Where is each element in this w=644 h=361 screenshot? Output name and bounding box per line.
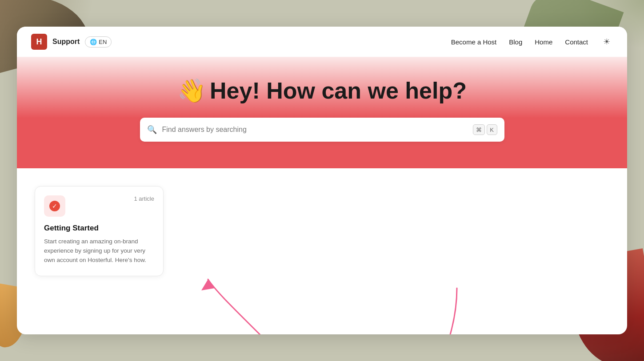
contact-link[interactable]: Contact	[565, 38, 588, 46]
language-selector[interactable]: 🌐 EN	[85, 36, 112, 48]
hero-title: 👋Hey! How can we help?	[31, 78, 613, 103]
hero-title-text: Hey! How can we help?	[210, 78, 467, 103]
cmd-key: ⌘	[473, 124, 485, 135]
language-label: EN	[99, 39, 107, 45]
check-icon: ✓	[49, 201, 60, 211]
card-icon-container: ✓	[44, 195, 65, 217]
become-host-link[interactable]: Become a Host	[451, 38, 497, 46]
app-name: Support	[52, 38, 80, 46]
logo-letter: H	[36, 37, 42, 47]
article-count: 1 article	[134, 195, 154, 202]
navbar-right: Become a Host Blog Home Contact ☀	[451, 36, 613, 48]
search-input[interactable]	[162, 126, 473, 134]
search-shortcut: ⌘ K	[473, 124, 497, 135]
wave-emoji: 👋	[177, 78, 206, 103]
sun-icon: ☀	[603, 37, 610, 47]
content-area: ✓ 1 article Getting Started Start creati…	[17, 168, 627, 301]
getting-started-card[interactable]: ✓ 1 article Getting Started Start creati…	[35, 186, 164, 276]
theme-toggle-button[interactable]: ☀	[600, 36, 613, 48]
card-title: Getting Started	[44, 224, 154, 233]
logo-icon: H	[31, 34, 47, 50]
navbar: H Support 🌐 EN Become a Host Blog Home C…	[17, 27, 627, 57]
hero-section: 👋Hey! How can we help? 🔍 ⌘ K	[17, 57, 627, 168]
home-link[interactable]: Home	[535, 38, 552, 46]
main-card: H Support 🌐 EN Become a Host Blog Home C…	[17, 27, 627, 334]
search-bar: 🔍 ⌘ K	[140, 118, 504, 142]
search-icon: 🔍	[147, 125, 157, 135]
card-top: ✓ 1 article	[44, 195, 154, 217]
navbar-left: H Support 🌐 EN	[31, 34, 112, 50]
blog-link[interactable]: Blog	[509, 38, 522, 46]
k-key: K	[487, 124, 497, 135]
card-description: Start creating an amazing on-brand exper…	[44, 237, 154, 265]
globe-icon: 🌐	[90, 39, 97, 45]
